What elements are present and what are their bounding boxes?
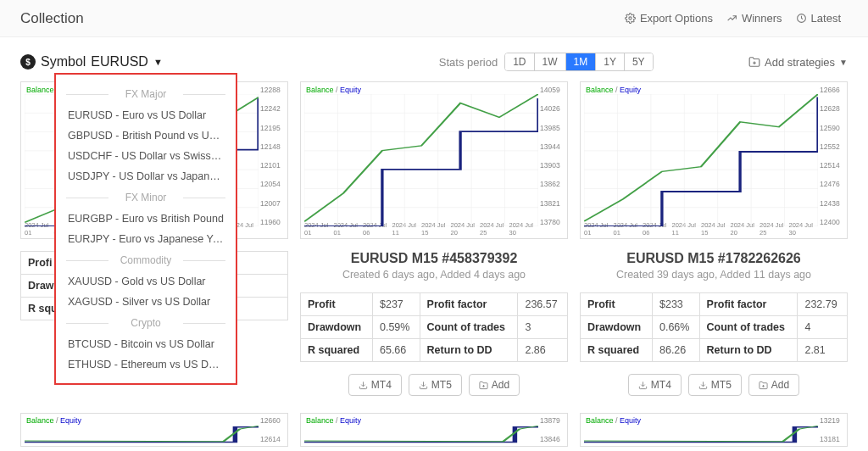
download-icon <box>419 381 428 390</box>
y-tick: 12590 <box>820 124 845 132</box>
y-tick: 12666 <box>820 86 845 94</box>
period-btn-1w[interactable]: 1W <box>535 53 566 70</box>
folder-plus-icon <box>759 381 768 390</box>
plot-area <box>304 424 538 443</box>
stat-value: 2.81 <box>798 339 848 362</box>
period-btn-5y[interactable]: 5Y <box>625 53 653 70</box>
stat-label: Profit <box>581 293 653 316</box>
card-actions: MT4 MT5 Add <box>580 374 848 396</box>
download-mt5-button[interactable]: MT5 <box>688 374 742 396</box>
y-tick: 12148 <box>260 142 286 151</box>
latest-label: Latest <box>811 12 841 25</box>
chart-legend: Balance / Equity <box>306 86 361 94</box>
add-button[interactable]: Add <box>469 374 520 396</box>
stat-label: R squared <box>301 339 373 362</box>
y-axis: 1321913181 <box>820 416 845 443</box>
download-mt4-button[interactable]: MT4 <box>628 374 682 396</box>
add-button[interactable]: Add <box>748 374 799 396</box>
stat-value: 232.79 <box>798 293 848 316</box>
currency-icon: $ <box>20 54 36 70</box>
y-tick: 12054 <box>260 180 286 188</box>
symbol-label: Symbol <box>41 54 86 70</box>
stat-label: Drawdown <box>301 316 373 339</box>
y-tick: 12400 <box>820 218 845 226</box>
period-group: 1D1W1M1Y5Y <box>504 53 653 71</box>
y-tick: 14026 <box>540 104 565 113</box>
folder-plus-icon <box>748 56 760 68</box>
stat-label: Drawdown <box>581 316 653 339</box>
y-axis: 1387913846 <box>540 416 565 443</box>
winners-button[interactable]: Winners <box>720 8 789 28</box>
dropdown-item[interactable]: EURGBP - Euro vs British Pound <box>56 209 236 229</box>
chart: Balance / Equity 14059140261398513944139… <box>300 81 568 239</box>
y-axis: 1266012614 <box>260 416 286 443</box>
stat-label: R squared <box>581 339 653 362</box>
y-tick: 12514 <box>820 161 845 170</box>
stat-label: Return to DD <box>420 339 518 362</box>
chevron-down-icon: ▼ <box>839 58 848 67</box>
y-tick: 12007 <box>260 199 286 208</box>
y-tick: 12288 <box>260 86 286 94</box>
card-title: EURUSD M15 #458379392 <box>300 251 568 266</box>
download-icon <box>698 381 708 390</box>
plot-area <box>584 424 818 443</box>
dropdown-item[interactable]: USDJPY - US Dollar vs Japanese Yen <box>56 166 236 187</box>
download-icon <box>638 381 648 390</box>
period-btn-1y[interactable]: 1Y <box>596 53 625 70</box>
y-tick: 13821 <box>540 199 565 208</box>
latest-button[interactable]: Latest <box>789 8 848 28</box>
y-tick: 13985 <box>540 124 565 132</box>
y-tick: 12101 <box>260 161 286 170</box>
period-btn-1m[interactable]: 1M <box>566 53 597 70</box>
dropdown-group-header: Commodity <box>56 249 236 271</box>
symbol-dropdown-menu: FX MajorEURUSD - Euro vs US DollarGBPUSD… <box>54 73 237 385</box>
symbol-current: EURUSD <box>91 54 148 70</box>
add-strategies-button[interactable]: Add strategies ▼ <box>748 56 848 69</box>
dropdown-item[interactable]: XAUUSD - Gold vs US Dollar <box>56 271 236 292</box>
stat-label: Count of trades <box>420 316 518 339</box>
download-icon <box>359 381 368 390</box>
export-options-button[interactable]: Export Options <box>618 8 720 28</box>
period-btn-1d[interactable]: 1D <box>505 53 534 70</box>
plot-area <box>304 94 538 226</box>
stat-label: Count of trades <box>699 316 798 339</box>
y-tick: 12552 <box>820 142 845 151</box>
card-actions: MT4 MT5 Add <box>300 374 568 396</box>
stat-value: 0.66% <box>652 316 699 339</box>
stat-value: 0.59% <box>372 316 420 339</box>
stats-period: Stats period 1D1W1M1Y5Y <box>439 53 654 71</box>
dropdown-item[interactable]: EURUSD - Euro vs US Dollar <box>56 105 236 125</box>
strategy-card: Balance / Equity 14059140261398513944139… <box>300 81 568 396</box>
dropdown-item[interactable]: EURJPY - Euro vs Japanese Yen <box>56 229 236 249</box>
card-subtitle: Created 39 days ago, Added 11 days ago <box>580 269 848 281</box>
dropdown-item[interactable]: USDCHF - US Dollar vs Swiss Frank <box>56 146 236 166</box>
stat-label: Profit factor <box>420 293 518 316</box>
strategy-card: Balance / Equity 12666126281259012552125… <box>580 81 848 396</box>
y-tick: 12242 <box>260 104 286 113</box>
stat-value: 86.26 <box>652 339 699 362</box>
dropdown-item[interactable]: ETHUSD - Ethereum vs US Dollar <box>56 354 236 375</box>
dropdown-item[interactable]: GBPUSD - British Pound vs US Dollar <box>56 125 236 146</box>
symbol-dropdown[interactable]: $ Symbol EURUSD ▼ FX MajorEURUSD - Euro … <box>20 54 163 70</box>
chevron-down-icon: ▼ <box>153 57 163 67</box>
page-title: Collection <box>20 10 84 27</box>
chart: Balance / Equity 1387913846 <box>300 413 568 447</box>
add-strategies-label: Add strategies <box>765 56 835 69</box>
stat-value: $237 <box>372 293 420 316</box>
y-tick: 12195 <box>260 124 286 132</box>
stats-table: Profit $237 Profit factor 236.57 Drawdow… <box>300 292 568 362</box>
y-tick: 13944 <box>540 142 565 151</box>
plot-area <box>584 94 818 226</box>
dropdown-item[interactable]: XAGUSD - Silver vs US Dollar <box>56 292 236 312</box>
gear-icon <box>625 13 636 24</box>
folder-plus-icon <box>479 381 488 390</box>
y-tick: 11960 <box>260 218 286 226</box>
download-mt5-button[interactable]: MT5 <box>409 374 462 396</box>
winners-label: Winners <box>742 12 782 25</box>
stat-label: Profit factor <box>699 293 798 316</box>
chart: Balance / Equity 12666126281259012552125… <box>580 81 848 239</box>
dropdown-item[interactable]: BTCUSD - Bitcoin vs US Dollar <box>56 334 236 354</box>
y-tick: 13780 <box>540 218 565 226</box>
y-tick: 12438 <box>820 199 845 208</box>
download-mt4-button[interactable]: MT4 <box>348 374 402 396</box>
